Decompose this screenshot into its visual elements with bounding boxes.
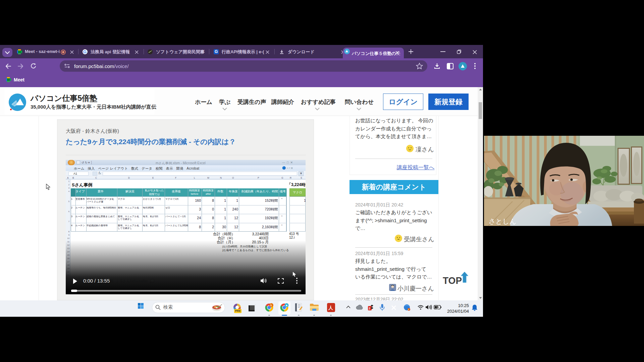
svg-text:さとしん: さとしん — [489, 218, 516, 225]
svg-text:人: 人 — [328, 305, 333, 310]
svg-text:k: k — [270, 304, 272, 307]
svg-text:2: 2 — [369, 307, 370, 310]
